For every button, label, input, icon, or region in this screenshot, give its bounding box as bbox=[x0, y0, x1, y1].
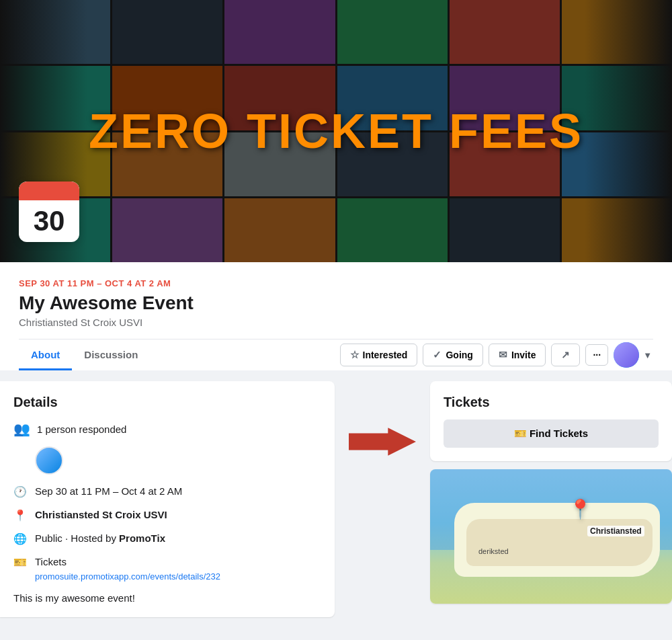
avatar-image bbox=[614, 342, 639, 368]
calendar-day: 30 bbox=[34, 200, 65, 242]
envelope-icon: ✉ bbox=[499, 349, 507, 361]
find-tickets-button[interactable]: 🎫 Find Tickets bbox=[444, 419, 659, 448]
detail-date: Sep 30 at 11 PM – Oct 4 at 2 AM bbox=[35, 484, 182, 498]
details-card: Details 👥 1 person responded 🕐 Sep 30 at… bbox=[0, 381, 335, 617]
detail-location: Christiansted St Croix USVI bbox=[35, 508, 167, 522]
share-icon: ↗ bbox=[561, 349, 570, 361]
red-arrow bbox=[345, 422, 419, 462]
detail-tickets-row: 🎫 Tickets promosuite.promotixapp.com/eve… bbox=[13, 555, 321, 583]
chevron-down-icon[interactable]: ▼ bbox=[642, 348, 653, 363]
tickets-card: Tickets 🎫 Find Tickets bbox=[430, 381, 672, 461]
location-pin-icon: 📍 bbox=[13, 508, 27, 522]
tabs-bar: About Discussion ☆ Interested ✓ Going ✉ … bbox=[19, 339, 653, 370]
event-title: My Awesome Event bbox=[19, 292, 653, 314]
detail-date-row: 🕐 Sep 30 at 11 PM – Oct 4 at 2 AM bbox=[13, 484, 321, 498]
attendees-count: 1 person responded bbox=[37, 424, 126, 435]
going-button[interactable]: ✓ Going bbox=[423, 344, 482, 366]
tickets-section: Tickets 🎫 Find Tickets 📍 Christiansted d… bbox=[430, 381, 672, 604]
hero-overlay: ZERO TICKET FEES bbox=[0, 0, 672, 262]
hero-banner: ZERO TICKET FEES 30 bbox=[0, 0, 672, 262]
star-icon: ☆ bbox=[350, 349, 359, 361]
calendar-badge-top bbox=[19, 182, 79, 200]
globe-icon: 🌐 bbox=[13, 532, 27, 545]
action-buttons: ☆ Interested ✓ Going ✉ Invite ↗ ··· ▼ bbox=[340, 342, 653, 368]
attendees-row: 👥 1 person responded bbox=[13, 421, 321, 437]
detail-hosted-row: 🌐 Public · Hosted by PromoTix bbox=[13, 531, 321, 545]
more-button[interactable]: ··· bbox=[585, 344, 608, 366]
arrow-svg bbox=[349, 422, 416, 462]
attendee-avatar-area bbox=[35, 446, 321, 475]
detail-hosted: Public · Hosted by PromoTix bbox=[35, 531, 165, 545]
svg-marker-0 bbox=[349, 428, 416, 456]
invite-button[interactable]: ✉ Invite bbox=[489, 344, 546, 366]
map-pin-icon: 📍 bbox=[569, 498, 592, 520]
event-description: This is my awesome event! bbox=[13, 592, 321, 604]
attendee-avatar bbox=[35, 446, 63, 475]
detail-tickets: Tickets promosuite.promotixapp.com/event… bbox=[35, 555, 220, 583]
hero-right-vignette bbox=[585, 0, 672, 262]
bottom-content: Details 👥 1 person responded 🕐 Sep 30 at… bbox=[0, 370, 672, 628]
details-title: Details bbox=[13, 395, 321, 410]
hero-title: ZERO TICKET FEES bbox=[89, 104, 583, 159]
user-avatar-area: ▼ bbox=[614, 342, 653, 368]
interested-button[interactable]: ☆ Interested bbox=[340, 344, 418, 366]
map-container[interactable]: 📍 Christiansted deriksted bbox=[430, 469, 672, 604]
map-location-label: Christiansted bbox=[587, 526, 644, 536]
attendees-icon: 👥 bbox=[13, 421, 30, 437]
tabs-list: About Discussion bbox=[19, 339, 150, 370]
clock-icon: 🕐 bbox=[13, 485, 27, 498]
tab-about[interactable]: About bbox=[19, 339, 72, 370]
calendar-badge: 30 bbox=[19, 182, 79, 242]
map-card: 📍 Christiansted deriksted bbox=[430, 469, 672, 604]
ticket-icon: 🎫 bbox=[13, 555, 27, 569]
event-date-range: SEP 30 AT 11 PM – OCT 4 AT 2 AM bbox=[19, 278, 653, 288]
share-button[interactable]: ↗ bbox=[551, 344, 580, 366]
checkmark-icon: ✓ bbox=[433, 349, 442, 361]
tickets-title: Tickets bbox=[444, 395, 659, 410]
tickets-url-link[interactable]: promosuite.promotixapp.com/events/detail… bbox=[35, 571, 220, 582]
event-header: SEP 30 AT 11 PM – OCT 4 AT 2 AM My Aweso… bbox=[0, 262, 672, 370]
detail-location-row: 📍 Christiansted St Croix USVI bbox=[13, 508, 321, 522]
user-avatar[interactable] bbox=[614, 342, 639, 368]
tab-discussion[interactable]: Discussion bbox=[72, 339, 150, 370]
event-location: Christiansted St Croix USVI bbox=[19, 317, 653, 328]
map-secondary-label: deriksted bbox=[478, 547, 509, 555]
